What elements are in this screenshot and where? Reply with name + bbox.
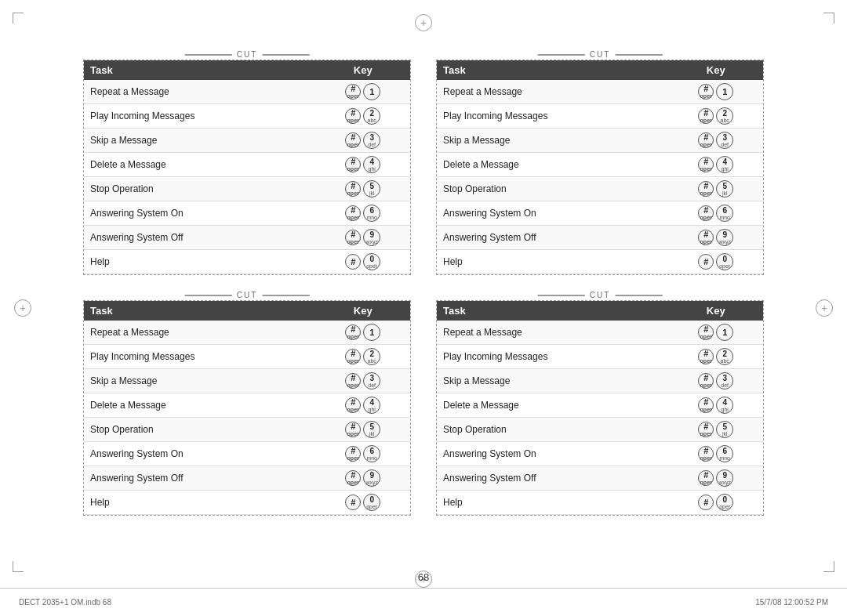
- table-row: Answering System Off#oper9wxyz: [84, 226, 410, 250]
- table-row: Answering System On#oper6mno: [437, 201, 763, 226]
- key-pair-2-2: #oper3def: [345, 372, 380, 390]
- key-pair-2-6: #oper9wxyz: [345, 469, 380, 487]
- key-cell-1-1: #oper2abc: [668, 104, 763, 129]
- table-row: Play Incoming Messages#oper2abc: [84, 104, 410, 129]
- num-key-1-5: 6mno: [716, 205, 733, 222]
- key-cell-0-1: #oper2abc: [315, 104, 410, 129]
- hash-key-1-3: #oper: [698, 157, 714, 172]
- table-row: Help#0oper: [84, 250, 410, 274]
- key-pair-0-1: #oper2abc: [345, 107, 380, 125]
- num-key-3-1: 2abc: [716, 348, 733, 365]
- key-cell-0-4: #oper5jkl: [315, 177, 410, 201]
- num-key-0-4: 5jkl: [363, 180, 380, 197]
- table-row: Help#0oper: [84, 491, 410, 515]
- hash-key-3-6: #oper: [698, 470, 714, 486]
- card-border-3: TaskKeyRepeat a Message#oper1Play Incomi…: [436, 300, 764, 516]
- key-cell-3-5: #oper6mno: [668, 442, 763, 466]
- num-key-2-4: 5jkl: [363, 421, 380, 438]
- num-key-1-1: 2abc: [716, 107, 733, 125]
- key-pair-3-3: #oper4ghi: [698, 397, 733, 414]
- key-cell-1-6: #oper9wxyz: [668, 226, 763, 250]
- hash-key-3-5: #oper: [698, 446, 714, 462]
- task-cell-1-1: Play Incoming Messages: [437, 104, 668, 129]
- hash-key-2-0: #oper: [345, 324, 361, 340]
- key-pair-3-5: #oper6mno: [698, 445, 733, 462]
- num-key-3-6: 9wxyz: [716, 469, 733, 487]
- key-pair-1-2: #oper3def: [698, 132, 733, 149]
- num-key-2-0: 1: [363, 324, 380, 341]
- task-header-2: Task: [84, 301, 315, 321]
- key-cell-1-5: #oper6mno: [668, 201, 763, 226]
- hash-key-0-4: #oper: [345, 181, 361, 197]
- card-bottom-left: CUTTaskKeyRepeat a Message#oper1Play Inc…: [71, 288, 424, 528]
- table-row: Skip a Message#oper3def: [437, 369, 763, 393]
- hash-key-0-6: #oper: [345, 230, 361, 245]
- ref-table-2: TaskKeyRepeat a Message#oper1Play Incomi…: [84, 301, 410, 515]
- card-bottom-right: CUTTaskKeyRepeat a Message#oper1Play Inc…: [424, 288, 776, 528]
- task-cell-0-2: Skip a Message: [84, 129, 315, 153]
- table-row: Repeat a Message#oper1: [437, 80, 763, 104]
- hash-key-3-1: #oper: [698, 349, 714, 364]
- key-cell-0-6: #oper9wxyz: [315, 226, 410, 250]
- hash-key-2-2: #oper: [345, 373, 361, 389]
- num-key-2-7: 0oper: [363, 494, 380, 511]
- task-cell-0-3: Delete a Message: [84, 153, 315, 177]
- ref-table-0: TaskKeyRepeat a Message#oper1Play Incomi…: [84, 60, 410, 274]
- bottom-left-text: DECT 2035+1 OM.indb 68: [19, 598, 111, 607]
- table-row: Delete a Message#oper4ghi: [84, 393, 410, 418]
- corner-mark-bl: [13, 561, 24, 572]
- key-header-2: Key: [315, 301, 410, 321]
- key-cell-2-7: #0oper: [315, 491, 410, 515]
- registration-mark-right: [816, 299, 833, 317]
- num-key-1-3: 4ghi: [716, 156, 733, 173]
- task-cell-0-6: Answering System Off: [84, 226, 315, 250]
- key-pair-1-1: #oper2abc: [698, 107, 733, 125]
- key-cell-0-3: #oper4ghi: [315, 153, 410, 177]
- key-cell-2-0: #oper1: [315, 321, 410, 345]
- hash-key-2-4: #oper: [345, 422, 361, 437]
- num-key-0-7: 0oper: [363, 253, 380, 270]
- key-pair-2-1: #oper2abc: [345, 348, 380, 365]
- num-key-0-3: 4ghi: [363, 156, 380, 173]
- task-cell-0-7: Help: [84, 250, 315, 274]
- task-cell-2-4: Stop Operation: [84, 418, 315, 442]
- page-container: CUTTaskKeyRepeat a Message#oper1Play Inc…: [0, 0, 847, 616]
- key-pair-1-5: #oper6mno: [698, 205, 733, 222]
- key-pair-0-3: #oper4ghi: [345, 156, 380, 173]
- key-pair-3-4: #oper5jkl: [698, 421, 733, 438]
- task-cell-1-4: Stop Operation: [437, 177, 668, 201]
- task-header-1: Task: [437, 60, 668, 80]
- table-row: Delete a Message#oper4ghi: [437, 393, 763, 418]
- num-key-3-7: 0oper: [716, 494, 733, 511]
- table-row: Repeat a Message#oper1: [437, 321, 763, 345]
- key-cell-2-3: #oper4ghi: [315, 393, 410, 418]
- num-key-0-0: 1: [363, 83, 380, 100]
- hash-key-2-1: #oper: [345, 349, 361, 364]
- hash-key-0-1: #oper: [345, 108, 361, 124]
- task-cell-2-3: Delete a Message: [84, 393, 315, 418]
- task-cell-2-1: Play Incoming Messages: [84, 345, 315, 369]
- bottom-right-text: 15/7/08 12:00:52 PM: [755, 598, 828, 607]
- table-row: Answering System On#oper6mno: [84, 442, 410, 466]
- key-pair-1-0: #oper1: [698, 83, 733, 100]
- hash-key-1-0: #oper: [698, 84, 714, 100]
- hash-key-2-3: #oper: [345, 397, 361, 413]
- key-cell-3-4: #oper5jkl: [668, 418, 763, 442]
- key-pair-3-6: #oper9wxyz: [698, 469, 733, 487]
- key-cell-0-7: #0oper: [315, 250, 410, 274]
- table-row: Stop Operation#oper5jkl: [84, 418, 410, 442]
- hash-key-2-6: #oper: [345, 470, 361, 486]
- num-key-1-7: 0oper: [716, 253, 733, 270]
- key-cell-1-7: #0oper: [668, 250, 763, 274]
- task-cell-0-0: Repeat a Message: [84, 80, 315, 104]
- key-cell-2-2: #oper3def: [315, 369, 410, 393]
- table-row: Help#0oper: [437, 250, 763, 274]
- num-key-3-0: 1: [716, 324, 733, 341]
- hash-key-3-4: #oper: [698, 422, 714, 437]
- num-key-0-5: 6mno: [363, 205, 380, 222]
- num-key-1-6: 9wxyz: [716, 229, 733, 246]
- task-cell-2-6: Answering System Off: [84, 466, 315, 491]
- task-cell-1-0: Repeat a Message: [437, 80, 668, 104]
- task-cell-3-3: Delete a Message: [437, 393, 668, 418]
- key-pair-1-7: #0oper: [698, 253, 733, 270]
